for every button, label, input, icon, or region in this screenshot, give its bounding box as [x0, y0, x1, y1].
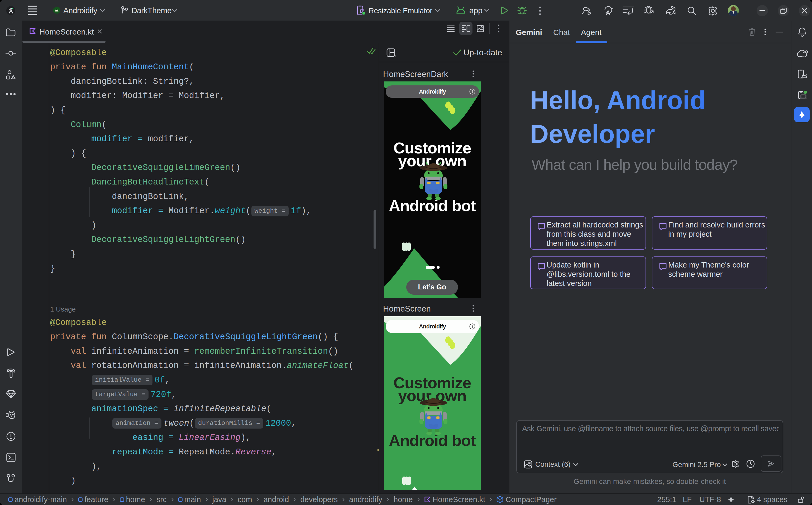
- svg-text:Let’s Go: Let’s Go: [418, 283, 446, 291]
